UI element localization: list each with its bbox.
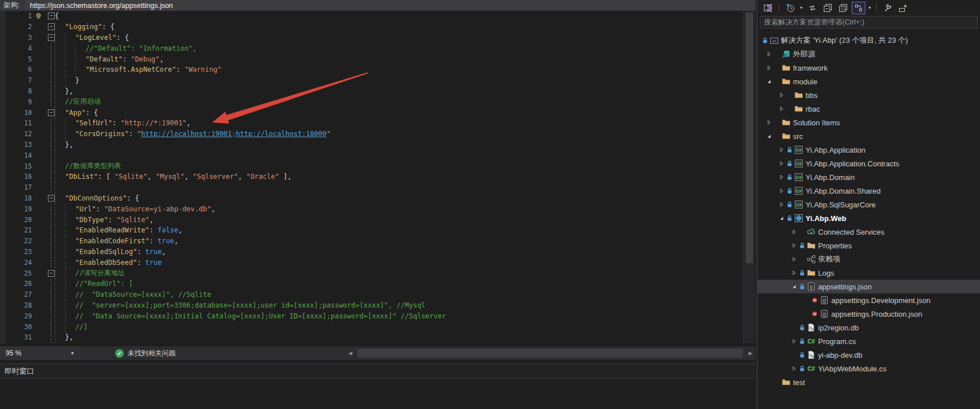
expand-arrow-icon[interactable] (765, 64, 773, 71)
code-line[interactable]: 25−//读写分离地址 (0, 268, 755, 279)
editor-horizontal-scrollbar[interactable]: ◀ ▶ (345, 346, 755, 360)
code-line[interactable]: 30//] (0, 321, 755, 332)
code-line[interactable]: 8}, (0, 86, 755, 97)
code-line[interactable]: 22"EnabledCodeFirst": true, (0, 236, 755, 247)
tree-item[interactable]: framework (758, 61, 980, 75)
properties-wrench-icon[interactable] (881, 2, 894, 14)
expand-arrow-icon[interactable] (778, 146, 786, 153)
switch-views-icon[interactable] (761, 2, 775, 14)
code-line[interactable]: 11"SelfUrl": "http://*:19001", (0, 118, 755, 129)
code-editor[interactable]: 1−{2−"Logging": {3−"LogLevel": {4//"Defa… (0, 11, 755, 343)
code-line[interactable]: 23"EnabledSqlLog": true, (0, 247, 755, 257)
code-line[interactable]: 2−"Logging": { (0, 22, 755, 32)
scroll-left-icon[interactable]: ◀ (348, 346, 352, 360)
collapse-arrow-icon[interactable] (778, 215, 786, 222)
code-line[interactable]: 9//应用启动 (0, 96, 755, 107)
tree-item[interactable]: 依赖项 (758, 252, 980, 266)
document-health-indicator[interactable]: ✓ 未找到相关问题 (115, 349, 176, 358)
tree-item[interactable]: 外部源 (758, 47, 980, 61)
tree-item[interactable]: C#Yi.Abp.SqlSugarCore (758, 198, 980, 211)
code-line[interactable]: 16"DbList": [ "Sqlite", "Mysql", "Sqlser… (0, 171, 755, 182)
fold-toggle[interactable]: − (48, 34, 55, 41)
editor-vertical-scrollbar[interactable] (743, 11, 755, 343)
tree-item[interactable]: ∞解决方案 'Yi.Abp' (23 个项目, 共 23 个) (758, 34, 980, 47)
code-line[interactable]: 26//"ReadUrl": [ (0, 279, 755, 289)
schema-url-combo[interactable]: https://json.schemastore.org/appsettings… (25, 2, 173, 10)
code-line[interactable]: 4//"Default": "Information", (0, 43, 755, 54)
code-line[interactable]: 28// "server=[xxxx];port=3306;database=[… (0, 300, 755, 311)
tree-item[interactable]: C#Yi.Abp.Domain (758, 170, 980, 184)
tree-item[interactable]: rbac (758, 102, 980, 116)
solution-explorer-search-input[interactable]: 搜索解决方案资源管理器(Ctrl+;) (760, 16, 978, 28)
tree-item[interactable]: {}appsettings.Development.json (758, 293, 980, 307)
code-line[interactable]: 12"CorsOrigins": "http://localhost:19001… (0, 129, 755, 140)
chevron-down-icon[interactable]: ▼ (868, 6, 872, 10)
code-line[interactable]: 18−"DbConnOptions": { (0, 193, 755, 204)
vertical-scrollbar-thumb[interactable] (746, 13, 753, 263)
collapse-arrow-icon[interactable] (765, 133, 773, 140)
code-line[interactable]: 13}, (0, 140, 755, 150)
code-line[interactable]: 17 (0, 182, 755, 193)
tree-item[interactable]: module (758, 75, 980, 88)
code-line[interactable]: 14 (0, 150, 755, 161)
expand-arrow-icon[interactable] (778, 201, 786, 208)
sync-with-active-document-icon[interactable] (806, 2, 819, 14)
tree-item[interactable]: C#Program.cs (758, 334, 980, 348)
code-line[interactable]: 24"EnabledDbSeed": true (0, 257, 755, 268)
fold-toggle[interactable]: − (48, 109, 55, 116)
expand-arrow-icon[interactable] (790, 242, 798, 249)
lightbulb-icon[interactable] (34, 12, 43, 21)
expand-arrow-icon[interactable] (790, 228, 798, 235)
pending-changes-filter-icon[interactable] (783, 2, 797, 14)
tree-item[interactable]: C#Yi.Abp.Application.Contracts (758, 157, 980, 170)
tree-item[interactable]: src (758, 129, 980, 143)
expand-arrow-icon[interactable] (790, 365, 798, 372)
code-line[interactable]: 3−"LogLevel": { (0, 32, 755, 43)
tree-item[interactable]: {}appsettings.json (758, 280, 980, 293)
tree-item[interactable]: Properties (758, 239, 980, 252)
tree-item[interactable]: Logs (758, 266, 980, 280)
expand-arrow-icon[interactable] (778, 92, 786, 99)
code-line[interactable]: 29// "Data Source=[xxxx];Initial Catalog… (0, 310, 755, 321)
tree-item[interactable]: ip2region.db (758, 321, 980, 334)
tree-item[interactable]: bbs (758, 88, 980, 102)
expand-arrow-icon[interactable] (790, 269, 798, 276)
preview-selected-items-icon[interactable] (896, 2, 910, 14)
code-line[interactable]: 21"EnabledReadWrite": false, (0, 225, 755, 236)
expand-arrow-icon[interactable] (765, 119, 773, 126)
tree-item[interactable]: Connected Services (758, 225, 980, 239)
code-line[interactable]: 19"Url": "DataSource=yi-abp-dev.db", (0, 203, 755, 214)
zoom-level-select[interactable]: 95 % ▼ (0, 346, 80, 360)
code-line[interactable]: 5"Default": "Debug", (0, 54, 755, 64)
expand-arrow-icon[interactable] (778, 174, 786, 181)
tree-item[interactable]: Yi.Abp.Web (758, 211, 980, 225)
expand-arrow-icon[interactable] (778, 105, 786, 112)
code-line[interactable]: 15//数据库类型列表 (0, 161, 755, 171)
code-line[interactable]: 1−{ (0, 11, 755, 22)
tree-item[interactable]: test (758, 375, 980, 389)
expand-arrow-icon[interactable] (765, 51, 773, 58)
tree-item[interactable]: yi-abp-dev.db (758, 348, 980, 362)
code-line[interactable]: 7} (0, 75, 755, 86)
tree-item[interactable]: Solution Items (758, 116, 980, 129)
fold-toggle[interactable]: − (48, 23, 55, 30)
tree-item[interactable]: C#Yi.Abp.Application (758, 143, 980, 157)
code-line[interactable]: 20"DbType": "Sqlite", (0, 214, 755, 225)
code-line[interactable]: 6"Microsoft.AspNetCore": "Warning" (0, 64, 755, 75)
show-all-files-icon[interactable] (836, 2, 850, 14)
fold-toggle[interactable]: − (48, 195, 55, 202)
code-line[interactable]: 31}, (0, 332, 755, 343)
expand-arrow-icon[interactable] (790, 338, 798, 345)
fold-toggle[interactable]: − (48, 13, 55, 19)
immediate-window-content[interactable] (0, 379, 755, 409)
chevron-down-icon[interactable]: ▼ (799, 6, 803, 10)
scroll-right-icon[interactable]: ▶ (749, 346, 753, 360)
expand-arrow-icon[interactable] (778, 187, 786, 194)
collapse-arrow-icon[interactable] (790, 283, 798, 290)
code-line[interactable]: 27// "DataSource=[xxxx]", //Sqlite (0, 289, 755, 300)
fold-toggle[interactable]: − (48, 270, 55, 277)
expand-arrow-icon[interactable] (778, 160, 786, 167)
collapse-all-icon[interactable] (821, 2, 835, 14)
tree-item[interactable]: C#Yi.Abp.Domain.Shared (758, 184, 980, 198)
tree-item[interactable]: {}appsettings.Production.json (758, 307, 980, 321)
